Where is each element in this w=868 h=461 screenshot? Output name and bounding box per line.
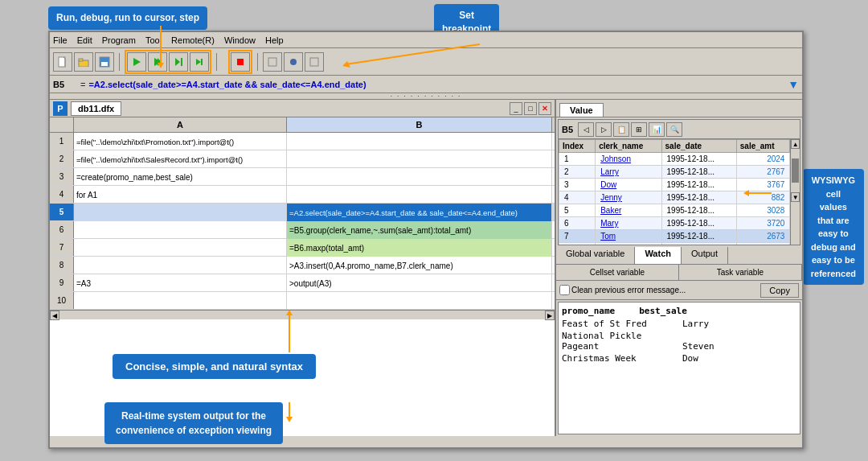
table-row: 6 =B5.group(clerk_name,~.sum(sale_amt):t… (50, 221, 555, 239)
h-scrollbar[interactable]: ◀ ▶ (50, 310, 555, 319)
row-num-10: 10 (50, 292, 74, 309)
cell-amt: 3720 (736, 217, 790, 230)
tab-output[interactable]: Output (682, 247, 728, 264)
run-to-cursor-button[interactable] (169, 52, 188, 72)
clean-msg-checkbox[interactable] (559, 285, 570, 295)
stop-button[interactable] (231, 52, 250, 72)
tab-watch[interactable]: Watch (635, 247, 682, 264)
cell-8a[interactable] (74, 257, 287, 274)
cell-clerk[interactable]: Mary (596, 217, 661, 230)
cell-2b[interactable] (287, 150, 552, 168)
toolbar-b3[interactable] (305, 52, 324, 72)
scroll-down-btn[interactable]: ▼ (791, 192, 800, 202)
menu-help[interactable]: Help (265, 35, 284, 45)
annotation-syntax-bubble: Concise, simple, and natural syntax (113, 354, 316, 379)
copy-button[interactable]: Copy (760, 283, 799, 298)
cell-4a[interactable]: for A1 (74, 186, 287, 204)
cell-5a[interactable] (74, 204, 287, 221)
annotation-wysiwyg-text: WYSIWYGcellvaluesthat areeasy todebug an… (811, 175, 856, 278)
annotation-run: Run, debug, run to cursor, step (48, 6, 207, 30)
cell-9b[interactable]: >output(A3) (287, 274, 552, 292)
cell-clerk[interactable]: Dow (596, 179, 661, 191)
row-num-9: 9 (50, 274, 74, 291)
scroll-up-btn[interactable]: ▲ (791, 139, 800, 149)
cell-1b[interactable] (287, 133, 552, 150)
cell-3b[interactable] (287, 168, 552, 186)
cell-5b[interactable]: =A2.select(sale_date>=A4.start_date && s… (287, 204, 552, 221)
vt-btn-2[interactable]: ▷ (596, 122, 612, 137)
menu-tool[interactable]: Tool (145, 35, 162, 45)
cell-8b[interactable]: >A3.insert(0,A4.promo_name,B7.clerk_name… (287, 257, 552, 274)
cell-amt: 882 (736, 191, 790, 204)
spreadsheet-area: P db11.dfx _ □ ✕ A B 1 =fil (50, 100, 556, 436)
cell-7a[interactable] (74, 239, 287, 257)
cell-6a[interactable] (74, 221, 287, 239)
toolbar-b2[interactable] (284, 52, 303, 72)
step-button[interactable] (190, 52, 209, 72)
col-index-header: Index (559, 140, 596, 153)
clean-msg-label: Clean previous error message... (571, 286, 686, 294)
value-scrollbar[interactable]: ▲ ▼ (790, 139, 800, 245)
run-button[interactable] (127, 52, 146, 72)
cell-clerk[interactable]: Tom (596, 230, 661, 243)
scroll-left-btn[interactable]: ◀ (50, 311, 59, 320)
cell-10a[interactable] (74, 292, 287, 310)
menu-remote[interactable]: Remote(R) (171, 35, 215, 45)
menu-program[interactable]: Program (102, 35, 136, 45)
toolbar-sep-3 (257, 53, 258, 71)
vt-btn-3[interactable]: 📋 (613, 122, 629, 137)
close-file-btn[interactable]: ✕ (538, 102, 551, 115)
file-tab-db11[interactable]: db11.dfx (71, 101, 121, 116)
value-tab[interactable]: Value (559, 103, 604, 117)
cell-6b[interactable]: =B5.group(clerk_name,~.sum(sale_amt):tot… (287, 221, 552, 239)
formula-content[interactable]: =A2.select(sale_date>=A4.start_date && s… (88, 80, 784, 89)
scroll-thumb[interactable] (792, 158, 799, 183)
restore-btn[interactable]: □ (524, 102, 537, 115)
bottom-controls: Clean previous error message... Copy (556, 281, 802, 300)
cell-4b[interactable] (287, 186, 552, 204)
row-num-2: 2 (50, 150, 74, 167)
cell-3a[interactable]: =create(promo_name,best_sale) (74, 168, 287, 186)
table-row: 9 =A3 >output(A3) (50, 274, 555, 292)
cell-clerk[interactable]: Baker (596, 204, 661, 217)
table-row: 6 Mary 1995-12-18... 3720 (559, 217, 790, 230)
list-item: National Pickle PageantSteven (562, 331, 796, 352)
new-button[interactable] (53, 52, 72, 72)
cell-clerk[interactable]: Jenny (596, 191, 661, 204)
toolbar-b1[interactable] (263, 52, 282, 72)
cell-2a[interactable]: =file("..\demo\zhi\txt\SalesRecord.txt")… (74, 150, 287, 168)
col-b-header: B (287, 117, 552, 132)
cell-1a[interactable]: =file("..\demo\zhi\txt\Promotion.txt").i… (74, 133, 287, 150)
cell-9a[interactable]: =A3 (74, 274, 287, 292)
cell-clerk[interactable]: Johnson (596, 153, 661, 166)
vt-btn-1[interactable]: ◁ (578, 122, 594, 137)
table-row: 4 for A1 (50, 186, 555, 204)
vt-btn-6[interactable]: 🔍 (666, 122, 682, 137)
debug-button[interactable] (148, 52, 167, 72)
cell-clerk[interactable]: Steven (596, 243, 661, 246)
cell-10b[interactable] (287, 292, 552, 310)
cell-amt: 3934 (736, 243, 790, 246)
formula-scroll-arrow[interactable]: ▼ (788, 78, 799, 91)
output-col1-header: promo_name (562, 306, 615, 316)
formula-bar: B5 = =A2.select(sale_date>=A4.start_date… (50, 76, 802, 93)
svg-rect-2 (79, 59, 83, 61)
menu-file[interactable]: File (53, 35, 68, 45)
save-button[interactable] (95, 52, 114, 72)
menu-edit[interactable]: Edit (77, 35, 92, 45)
tab-global-variable[interactable]: Global variable (556, 247, 635, 264)
table-row: 10 (50, 292, 555, 310)
menu-window[interactable]: Window (224, 35, 256, 45)
svg-rect-4 (101, 62, 108, 66)
minimize-btn[interactable]: _ (510, 102, 522, 115)
vt-btn-5[interactable]: 📊 (649, 122, 665, 137)
cell-7b[interactable]: =B6.maxp(total_amt) (287, 239, 552, 257)
svg-marker-7 (158, 58, 162, 66)
sub-tab-cellset[interactable]: Cellset variable (556, 265, 679, 280)
vt-btn-4[interactable]: ⊞ (631, 122, 647, 137)
cell-clerk[interactable]: Larry (596, 166, 661, 179)
sub-tab-task[interactable]: Task variable (679, 265, 802, 280)
scroll-right-btn[interactable]: ▶ (545, 311, 555, 320)
open-button[interactable] (74, 52, 93, 72)
cell-index: 1 (559, 153, 596, 166)
